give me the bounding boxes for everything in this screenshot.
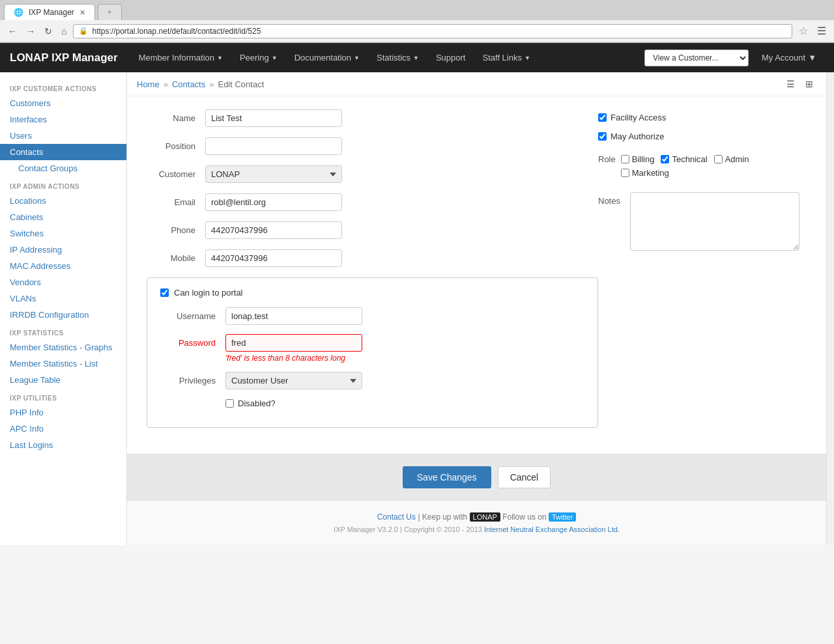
breadcrumb-home[interactable]: Home xyxy=(137,79,160,89)
my-account-button[interactable]: My Account ▼ xyxy=(754,48,824,68)
can-login-checkbox[interactable] xyxy=(160,288,169,297)
sidebar-item-switches[interactable]: Switches xyxy=(0,225,126,242)
save-area: Save Changes Cancel xyxy=(127,454,826,500)
view-customer-select[interactable]: View a Customer... xyxy=(644,49,749,66)
mobile-input[interactable] xyxy=(205,249,342,267)
portal-login-box: Can login to portal Username Password xyxy=(147,277,598,428)
privileges-row: Privileges Customer User Admin xyxy=(160,372,584,389)
grid-view-icon[interactable]: ⊞ xyxy=(802,77,816,91)
my-account-caret: ▼ xyxy=(808,53,816,63)
disabled-checkbox[interactable] xyxy=(225,399,234,408)
position-input[interactable] xyxy=(205,137,342,155)
phone-input[interactable] xyxy=(205,221,342,239)
role-admin: Admin xyxy=(714,154,749,164)
role-section: Role Billing Technical xyxy=(598,154,807,182)
sidebar-item-contact-groups[interactable]: Contact Groups xyxy=(0,160,126,176)
sidebar-item-league-table[interactable]: League Table xyxy=(0,372,126,388)
sidebar-item-cabinets[interactable]: Cabinets xyxy=(0,209,126,225)
footer-bottom: IXP Manager V3.2.0 | Copyright © 2010 - … xyxy=(139,525,814,533)
reload-button[interactable]: ↻ xyxy=(42,25,55,38)
notes-textarea[interactable] xyxy=(630,192,799,251)
facility-access-label: Facility Access xyxy=(611,113,666,122)
email-row: Email xyxy=(147,193,598,211)
sidebar-item-ip-addressing[interactable]: IP Addressing xyxy=(0,242,126,258)
role-admin-checkbox[interactable] xyxy=(714,155,723,163)
role-technical: Technical xyxy=(661,154,707,164)
sidebar-item-last-logins[interactable]: Last Logins xyxy=(0,437,126,453)
disabled-field: Disabled? xyxy=(225,399,276,408)
breadcrumb-contacts[interactable]: Contacts xyxy=(172,79,205,89)
url-bar[interactable]: 🔒 https://portal.lonap.net/default/conta… xyxy=(73,24,792,38)
contact-us-link[interactable]: Contact Us xyxy=(377,512,416,522)
list-view-icon[interactable]: ☰ xyxy=(783,77,798,91)
sidebar-item-users[interactable]: Users xyxy=(0,128,126,144)
address-bar: ← → ↻ ⌂ 🔒 https://portal.lonap.net/defau… xyxy=(0,20,834,42)
name-input[interactable] xyxy=(205,109,342,127)
privileges-select[interactable]: Customer User Admin xyxy=(225,372,362,389)
customer-select[interactable]: LONAP xyxy=(205,165,342,183)
nav-documentation-label: Documentation xyxy=(295,53,351,63)
new-tab[interactable]: + xyxy=(98,4,122,20)
sidebar-item-customers[interactable]: Customers xyxy=(0,95,126,111)
role-label: Role xyxy=(598,154,616,164)
sidebar-item-mac-addresses[interactable]: MAC Addresses xyxy=(0,258,126,274)
cancel-button[interactable]: Cancel xyxy=(498,466,551,488)
tab-close-button[interactable]: ✕ xyxy=(79,8,85,17)
active-tab[interactable]: 🌐 IXP Manager ✕ xyxy=(4,4,95,20)
nav-staff-links-label: Staff Links xyxy=(483,53,522,63)
email-label: Email xyxy=(147,193,205,207)
role-technical-checkbox[interactable] xyxy=(661,155,669,163)
bookmark-icon[interactable]: ☆ xyxy=(796,23,811,38)
scrollbar[interactable] xyxy=(826,72,834,545)
back-button[interactable]: ← xyxy=(5,25,20,38)
notes-row: Notes xyxy=(598,192,807,251)
breadcrumb-sep1: » xyxy=(164,79,168,89)
sidebar-item-vlans[interactable]: VLANs xyxy=(0,290,126,307)
nav-peering[interactable]: Peering ▼ xyxy=(232,48,285,68)
facility-access-row: Facility Access xyxy=(598,113,807,122)
sidebar-item-php-info[interactable]: PHP Info xyxy=(0,404,126,421)
nav-member-information-label: Member Information xyxy=(139,53,214,63)
nav-staff-links[interactable]: Staff Links ▼ xyxy=(475,48,538,68)
home-button[interactable]: ⌂ xyxy=(59,25,69,38)
role-billing-checkbox[interactable] xyxy=(621,155,629,163)
role-marketing-checkbox[interactable] xyxy=(621,169,629,177)
browser-chrome: 🌐 IXP Manager ✕ + ← → ↻ ⌂ 🔒 https://port… xyxy=(0,0,834,43)
my-account-label: My Account xyxy=(762,53,805,63)
lock-icon: 🔒 xyxy=(79,27,88,35)
sidebar-item-interfaces[interactable]: Interfaces xyxy=(0,111,126,128)
sidebar-item-contacts[interactable]: Contacts xyxy=(0,144,126,160)
sidebar: IXP Customer Actions Customers Interface… xyxy=(0,72,127,545)
nav-statistics[interactable]: Statistics ▼ xyxy=(369,48,427,68)
role-checkboxes: Billing Technical Admin xyxy=(621,154,755,182)
username-input[interactable] xyxy=(225,307,362,325)
sidebar-item-member-stats-graphs[interactable]: Member Statistics - Graphs xyxy=(0,339,126,356)
nav-support[interactable]: Support xyxy=(428,48,474,68)
form-two-col: Name Position Customer LONAP xyxy=(147,109,807,441)
nav-member-information[interactable]: Member Information ▼ xyxy=(131,48,231,68)
sidebar-item-irrdb[interactable]: IRRDB Configuration xyxy=(0,307,126,323)
footer-keep-with: Keep up with xyxy=(422,512,467,522)
sidebar-item-apc-info[interactable]: APC Info xyxy=(0,421,126,437)
facility-access-checkbox[interactable] xyxy=(598,113,607,122)
browser-menu-icon[interactable]: ☰ xyxy=(814,23,829,38)
nav-statistics-label: Statistics xyxy=(377,53,410,63)
disabled-spacer xyxy=(160,399,225,402)
email-input[interactable] xyxy=(205,193,342,211)
sidebar-section-customer-actions: IXP Customer Actions xyxy=(0,79,126,95)
sidebar-section-admin-actions: IXP Admin Actions xyxy=(0,176,126,193)
sidebar-item-member-stats-list[interactable]: Member Statistics - List xyxy=(0,356,126,372)
forward-button[interactable]: → xyxy=(23,25,38,38)
sidebar-item-locations[interactable]: Locations xyxy=(0,193,126,209)
nav-documentation[interactable]: Documentation ▼ xyxy=(287,48,367,68)
save-changes-button[interactable]: Save Changes xyxy=(403,466,491,488)
name-label: Name xyxy=(147,109,205,123)
sidebar-item-vendors[interactable]: Vendors xyxy=(0,274,126,290)
role-marketing: Marketing xyxy=(621,168,669,178)
password-field-wrapper: 'fred' is less than 8 characters long xyxy=(225,334,362,363)
customer-label: Customer xyxy=(147,165,205,179)
ina-link[interactable]: Internet Neutral Exchange Association Lt… xyxy=(484,525,620,533)
may-authorize-checkbox[interactable] xyxy=(598,132,607,141)
password-input[interactable] xyxy=(225,334,362,352)
page-layout: IXP Customer Actions Customers Interface… xyxy=(0,72,834,545)
